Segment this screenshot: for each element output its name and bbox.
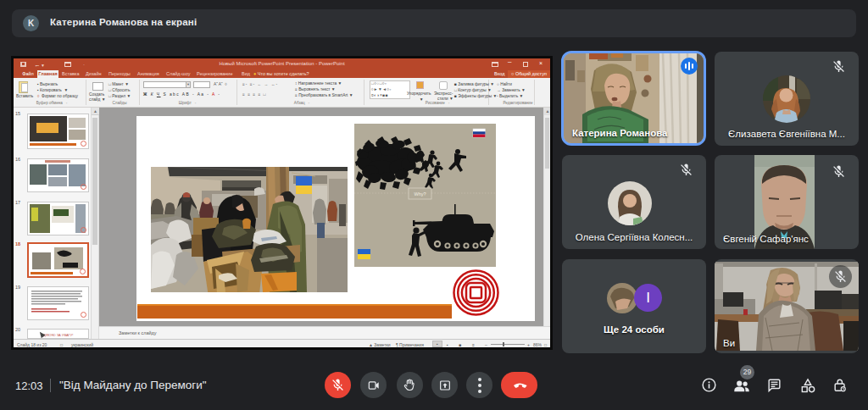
svg-text:Why?: Why?: [414, 191, 426, 197]
